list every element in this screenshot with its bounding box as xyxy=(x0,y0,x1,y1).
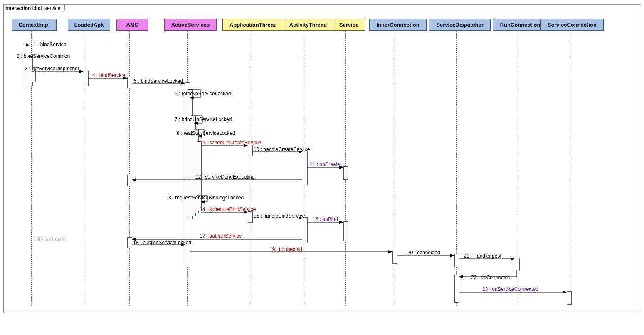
msg-14: 14 : scheduleBindService xyxy=(200,206,256,212)
msg-9: 9 : scheduleCreateService xyxy=(202,140,261,146)
msg-22: 22 : doConnected xyxy=(471,275,511,280)
watermark: Gityuan.com xyxy=(33,236,66,242)
msg-11: 11 : onCreate xyxy=(310,161,340,167)
diagram-root: interaction bind_service ContextImpl Loa… xyxy=(0,0,644,335)
msg-17: 17 : publishService xyxy=(200,233,242,239)
msg-8: 8 : realStartServiceLocked xyxy=(177,130,235,136)
msg-18: 18 : publishServiceLocked xyxy=(133,240,191,246)
msg-19: 19 : connected xyxy=(269,246,302,252)
msg-15: 15 : handleBindService xyxy=(254,213,305,219)
msg-2: 2 : bindServiceCommon xyxy=(17,53,70,59)
msg-21: 21 : Handler.post xyxy=(464,253,501,259)
msg-12: 12 : serviceDoneExecuting xyxy=(195,174,255,180)
arrows-layer xyxy=(0,0,644,335)
msg-5: 5 : bindServiceLocked xyxy=(134,78,183,84)
msg-1: 1 : bindService xyxy=(33,42,66,47)
msg-16: 16 : onBind xyxy=(313,216,338,222)
msg-10: 10 : handleCreateService xyxy=(254,146,310,152)
msg-23: 23 : onServiceConnected xyxy=(482,286,538,292)
msg-3: 3 : getServiceDispatcher xyxy=(25,66,79,72)
msg-6: 6 : retrieveServiceLocked xyxy=(175,91,231,97)
msg-20: 20 : connected xyxy=(407,250,440,256)
msg-13: 13 : requestServiceBindingsLocked xyxy=(165,195,244,201)
msg-4: 4 : bindService xyxy=(92,72,125,78)
msg-7: 7 : bringUpServiceLocked xyxy=(175,117,232,122)
